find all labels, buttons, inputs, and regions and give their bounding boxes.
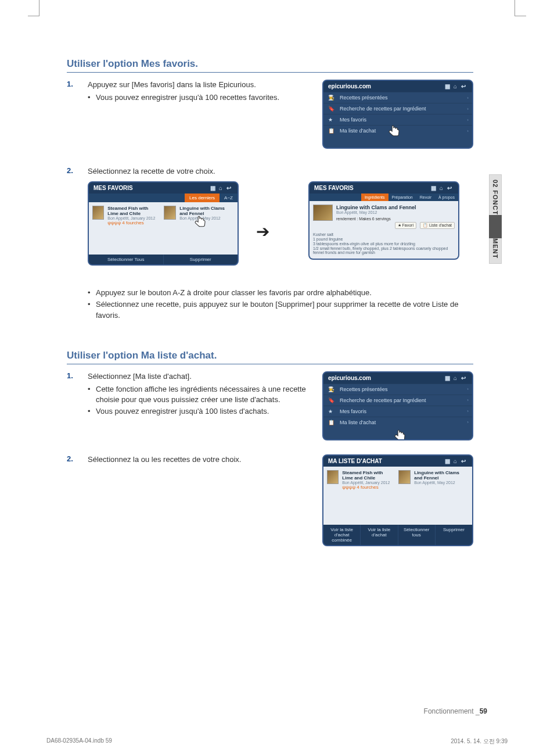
- pointer-hand-icon: [393, 428, 408, 440]
- s2-step1-bullet: Vous pouvez enregistrer jusqu'à 100 list…: [88, 406, 315, 417]
- step-num: 2.: [67, 454, 75, 465]
- shopping-list-button: 📋 Liste d'achat: [420, 222, 455, 229]
- crop-mark-right: [515, 0, 526, 16]
- tab-review: Revoir: [416, 194, 435, 201]
- menu-row: Recherche de recettes par Ingrédient: [340, 106, 426, 112]
- step-num: 2.: [67, 166, 75, 177]
- menu-row: Ma liste d'achat: [340, 128, 376, 134]
- recipe-title: Steamed Fish with Lime and Chile: [107, 206, 160, 216]
- recipe-title: Steamed Fish with Lime and Chile: [342, 470, 395, 481]
- s2-step1-text: Sélectionnez [Ma liste d'achat].: [88, 371, 315, 382]
- s2-step1-bullet: Cette fonction affiche les ingrédients n…: [88, 384, 315, 405]
- ingredient-line: 3 tablespoons extra-virgin olive oil plu…: [313, 242, 455, 246]
- section2-heading: Utiliser l'option Ma liste d'achat.: [67, 350, 473, 364]
- menu-row: Mes favoris: [340, 409, 366, 414]
- mock-title: epicurious.com: [328, 83, 371, 89]
- delete-button: Supprimer: [164, 255, 238, 264]
- select-all-button: Sélectionner tous: [398, 525, 436, 545]
- favorite-button: ★ Favori: [395, 222, 416, 229]
- ingredient-line: 1 pound linguine: [313, 237, 455, 241]
- mock-title: MES FAVORIS: [314, 185, 354, 191]
- screenshot-favorites-list: MES FAVORIS ▦⌂↩ Les derniers A~Z Steamed…: [88, 181, 239, 266]
- screenshot-recipe-detail: MES FAVORIS ▦⌂↩ Ingrédients Préparation …: [308, 181, 459, 260]
- mock-title: MA LISTE D'ACHAT: [328, 458, 382, 464]
- delete-button: Supprimer: [436, 525, 472, 545]
- detail-title: Linguine with Clams and Fennel: [336, 205, 455, 210]
- print-file: DA68-02935A-04.indb 59: [46, 737, 112, 746]
- recipe-rating: 4 fourches: [357, 485, 378, 490]
- ingredient-line: Kosher salt: [313, 232, 455, 237]
- tab-latest: Les derniers: [185, 194, 220, 202]
- arrow-right-icon: ➔: [256, 222, 269, 241]
- tab-ingredients: Ingrédients: [361, 194, 388, 201]
- crop-mark-left: [28, 0, 39, 16]
- screenshot-epicurious-menu: epicurious.com ▦⌂↩ 👨‍🍳Recettes présentée…: [322, 80, 473, 149]
- menu-row: Ma liste d'achat: [340, 420, 376, 425]
- mock-hdr-icons: ▦⌂↩: [443, 83, 467, 89]
- page-footer: Fonctionnement _59: [424, 707, 487, 715]
- step1-bullet: Vous pouvez enregistrer jusqu'à 100 rece…: [88, 92, 315, 103]
- pointer-hand-icon: [193, 214, 208, 230]
- side-tab-marker: [489, 215, 502, 238]
- menu-row: Recettes présentées: [340, 95, 388, 101]
- detail-yield: rendement : Makes 6 servings: [336, 217, 455, 221]
- recipe-sub: Bon Appétit, January 2012: [107, 216, 160, 220]
- ingredient-line: 1/2 small fennel bulb, finely chopped, p…: [313, 246, 455, 255]
- tab-az: A~Z: [220, 194, 238, 202]
- step-num: 1.: [67, 80, 75, 104]
- note-bullet: Appuyez sur le bouton A-Z à droite pour …: [88, 288, 473, 298]
- menu-row: Recherche de recettes par Ingrédient: [340, 397, 426, 403]
- menu-row: Recettes présentées: [340, 386, 388, 392]
- tab-about: À propos: [435, 194, 458, 201]
- mock-title: epicurious.com: [328, 375, 371, 381]
- print-footer: DA68-02935A-04.indb 59 2014. 5. 14. 오전 9…: [46, 737, 508, 746]
- view-combined-button: Voir la liste d'achat combinée: [323, 525, 361, 545]
- recipe-title: Linguine with Clams and Fennel: [414, 470, 466, 481]
- section1-heading: Utiliser l'option Mes favoris.: [67, 58, 473, 73]
- recipe-sub: Bon Appétit, January 2012: [342, 481, 395, 485]
- screenshot-shopping-list: MA LISTE D'ACHAT ▦⌂↩ Steamed Fish with L…: [322, 454, 473, 546]
- step1-text: Appuyez sur [Mes favoris] dans la liste …: [88, 80, 315, 90]
- step-num: 1.: [67, 371, 75, 418]
- s2-step2-text: Sélectionnez la ou les recettes de votre…: [88, 454, 315, 465]
- recipe-rating: 4 fourches: [122, 220, 143, 225]
- tab-preparation: Préparation: [388, 194, 416, 201]
- recipe-sub: Bon Appétit, May 2012: [414, 481, 466, 485]
- screenshot-epicurious-menu-2: epicurious.com ▦⌂↩ 👨‍🍳Recettes présentée…: [322, 371, 473, 440]
- mock-title: MES FAVORIS: [93, 185, 133, 191]
- note-bullet: Sélectionnez une recette, puis appuyez s…: [88, 299, 473, 320]
- detail-sub: Bon Appétit, May 2012: [336, 210, 455, 214]
- menu-row: Mes favoris: [340, 117, 366, 123]
- step2-text: Sélectionnez la recette de votre choix.: [88, 166, 473, 177]
- pointer-hand-icon: [387, 124, 402, 139]
- print-date: 2014. 5. 14. 오전 9:39: [451, 737, 508, 746]
- view-list-button: Voir la liste d'achat: [361, 525, 398, 545]
- select-all-button: Sélectionner Tous: [89, 255, 164, 264]
